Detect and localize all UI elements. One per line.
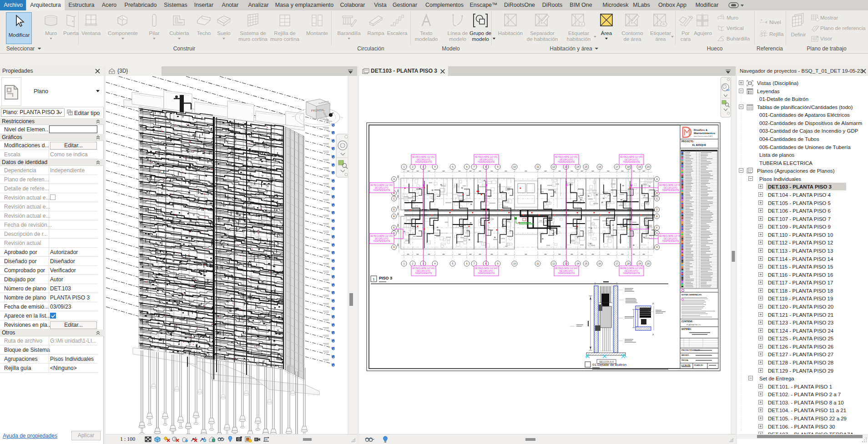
svg-text:para Construcciones S.A.S: para Construcciones S.A.S <box>694 135 712 137</box>
svg-text:DE CIRCUITO: DE CIRCUITO <box>560 159 573 161</box>
svg-text:10: 10 <box>513 165 516 168</box>
svg-text:SE REQUIERE 110 VAC: SE REQUIERE 110 VAC <box>620 156 643 158</box>
svg-text:NOTAS GENERALES:: NOTAS GENERALES: <box>681 294 702 296</box>
svg-text:9: 9 <box>497 165 498 168</box>
svg-text:E: E <box>656 215 658 218</box>
svg-text:DE CIRCUITO: DE CIRCUITO <box>375 238 389 240</box>
svg-text:DE CIRCUITO: DE CIRCUITO <box>479 159 493 161</box>
svg-text:SE REQUIERE 110 VAC: SE REQUIERE 110 VAC <box>659 235 682 237</box>
svg-text:INDEPENDIENTE: INDEPENDIENTE <box>623 272 640 274</box>
svg-text:DE CIRCUITO: DE CIRCUITO <box>417 270 430 272</box>
svg-text:DE CIRCUITO: DE CIRCUITO <box>625 270 638 272</box>
svg-text:EL BOSQUE: EL BOSQUE <box>692 144 707 146</box>
svg-text:INDEPENDIENTE: INDEPENDIENTE <box>373 240 390 242</box>
svg-text:19: 19 <box>638 165 641 168</box>
svg-text:A: A <box>656 178 658 180</box>
svg-text:2: 2 <box>412 262 413 265</box>
svg-text:H: H <box>393 246 395 249</box>
svg-text:14: 14 <box>576 262 579 265</box>
svg-text:CONTIENE:: CONTIENE: <box>681 320 693 323</box>
svg-text:7: 7 <box>473 165 474 168</box>
svg-text:DE CIRCUITO: DE CIRCUITO <box>664 187 677 189</box>
svg-text:14: 14 <box>576 165 579 168</box>
svg-text:INDEPENDIENTE: INDEPENDIENTE <box>478 161 495 163</box>
svg-text:11: 11 <box>536 165 539 168</box>
svg-text:12: 12 <box>552 165 555 168</box>
svg-text:SE REQUIERE 110 VAC: SE REQUIERE 110 VAC <box>412 156 435 158</box>
svg-text:17: 17 <box>616 262 618 265</box>
svg-text:12: 12 <box>552 262 555 265</box>
svg-text:5: 5 <box>452 165 453 168</box>
svg-text:SE REQUIERE 110 VAC: SE REQUIERE 110 VAC <box>475 267 498 269</box>
svg-text:19: 19 <box>638 262 641 265</box>
svg-text:2: 2 <box>412 165 413 168</box>
svg-text:INDEPENDIENTE: INDEPENDIENTE <box>373 189 390 191</box>
svg-text:15: 15 <box>585 165 587 168</box>
svg-text:SE REQUIERE 110 VAC: SE REQUIERE 110 VAC <box>659 184 682 186</box>
svg-text:INDEPENDIENTE: INDEPENDIENTE <box>478 272 495 274</box>
svg-text:DE CIRCUITO: DE CIRCUITO <box>560 270 573 272</box>
svg-text:13: 13 <box>565 262 567 265</box>
svg-text:5: 5 <box>452 262 453 265</box>
svg-text:INDEPENDIENTE: INDEPENDIENTE <box>558 272 575 274</box>
svg-text:INDEPENDIENTE: INDEPENDIENTE <box>415 272 432 274</box>
svg-text:15: 15 <box>585 262 587 265</box>
svg-text:DE CIRCUITO: DE CIRCUITO <box>375 187 389 189</box>
svg-text:20: 20 <box>647 262 650 265</box>
svg-text:1: 1 <box>373 277 375 281</box>
svg-text:SE REQUIERE 110 VAC: SE REQUIERE 110 VAC <box>555 156 578 158</box>
svg-text:6: 6 <box>466 262 467 265</box>
svg-text:C: C <box>393 197 395 200</box>
svg-text:Mantenimientos: Mantenimientos <box>694 131 716 135</box>
svg-text:1: 1 <box>403 165 404 168</box>
svg-text:SE REQUIERE 110 VAC: SE REQUIERE 110 VAC <box>412 267 435 269</box>
svg-text:Diseños &: Diseños & <box>694 128 708 131</box>
svg-text:DE CIRCUITO: DE CIRCUITO <box>625 159 638 161</box>
svg-text:INDEPENDIENTE: INDEPENDIENTE <box>662 240 679 242</box>
svg-text:20: 20 <box>647 165 650 168</box>
svg-text:D: D <box>656 208 658 211</box>
svg-text:PISO 3: PISO 3 <box>379 276 392 280</box>
svg-text:SE REQUIERE 110 VAC: SE REQUIERE 110 VAC <box>370 235 394 237</box>
svg-text:INDEPENDIENTE: INDEPENDIENTE <box>415 161 432 163</box>
svg-text:4: 4 <box>434 262 435 265</box>
svg-text:16: 16 <box>598 165 601 168</box>
svg-text:SISTEMA:: SISTEMA: <box>681 328 691 330</box>
svg-text:INDEPENDIENTE: INDEPENDIENTE <box>623 161 640 163</box>
svg-text:B: B <box>656 192 658 195</box>
svg-text:PLANO N°:: PLANO N°: <box>694 364 704 366</box>
svg-text:7: 7 <box>473 262 474 265</box>
svg-text:SE REQUIERE 110 VAC: SE REQUIERE 110 VAC <box>475 156 498 158</box>
svg-text:SE REQUIERE 110 VAC: SE REQUIERE 110 VAC <box>370 184 394 186</box>
svg-text:2D: 2D <box>726 89 730 91</box>
svg-text:17: 17 <box>616 165 618 168</box>
svg-text:G: G <box>656 232 658 234</box>
svg-text:C: C <box>656 197 658 200</box>
svg-text:A: A <box>393 178 395 180</box>
svg-text:6: 6 <box>466 165 467 168</box>
svg-text:18: 18 <box>627 262 630 265</box>
svg-text:16: 16 <box>598 262 601 265</box>
svg-text:INDEPENDIENTE: INDEPENDIENTE <box>662 189 679 191</box>
svg-text:DE CIRCUITO: DE CIRCUITO <box>479 270 493 272</box>
svg-text:01-Detalle de Buitrón: 01-Detalle de Buitrón <box>592 363 626 367</box>
svg-text:D: D <box>393 208 395 211</box>
svg-text:H: H <box>656 246 658 249</box>
svg-text:18: 18 <box>627 165 630 168</box>
svg-text:SE REQUIERE 110 VAC: SE REQUIERE 110 VAC <box>620 267 643 269</box>
svg-text:E: E <box>393 215 395 218</box>
svg-text:INDEPENDIENTE: INDEPENDIENTE <box>558 161 575 163</box>
svg-text:FECHA:: FECHA: <box>681 359 689 361</box>
svg-text:13: 13 <box>565 165 567 168</box>
svg-text:10: 10 <box>513 262 516 265</box>
svg-text:1: 1 <box>403 262 404 265</box>
svg-text:REVISÓ:: REVISÓ: <box>681 354 689 356</box>
svg-text:9: 9 <box>497 262 498 265</box>
svg-text:DE CIRCUITO: DE CIRCUITO <box>664 238 677 240</box>
svg-text:4: 4 <box>434 165 435 168</box>
svg-text:11: 11 <box>536 262 539 265</box>
svg-text:PLANTA PISO 3: PLANTA PISO 3 <box>686 324 701 326</box>
svg-text:PROYECTO:: PROYECTO: <box>681 140 694 143</box>
svg-text:LOCALIZA:: LOCALIZA: <box>681 364 691 366</box>
svg-text:SE REQUIERE 110 VAC: SE REQUIERE 110 VAC <box>555 267 578 269</box>
